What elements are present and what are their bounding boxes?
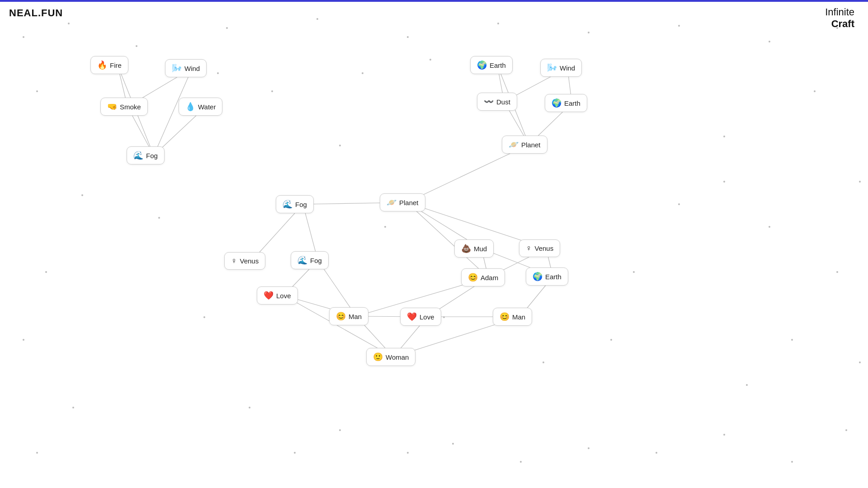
- node-smoke[interactable]: 🤜Smoke: [100, 98, 148, 116]
- node-label-man2: Man: [512, 313, 525, 321]
- background-dot: [678, 25, 680, 27]
- background-dot: [429, 59, 431, 61]
- background-dot: [158, 217, 160, 219]
- node-man2[interactable]: 😊Man: [493, 308, 532, 326]
- background-dot: [23, 339, 24, 341]
- background-dot: [23, 36, 24, 38]
- node-emoji-love1: ❤️: [264, 291, 274, 300]
- node-fog2[interactable]: 🌊Fog: [276, 195, 314, 213]
- node-emoji-earth3: 🌍: [533, 272, 542, 282]
- node-emoji-man2: 😊: [500, 312, 509, 322]
- background-dot: [859, 361, 861, 363]
- background-dot: [136, 45, 137, 47]
- node-emoji-fog2: 🌊: [283, 199, 292, 209]
- top-accent-bar: [0, 0, 868, 2]
- background-dot: [746, 384, 748, 386]
- background-dot: [859, 181, 861, 183]
- background-dot: [339, 145, 341, 146]
- node-emoji-fog1: 🌊: [133, 150, 143, 160]
- background-dot: [452, 443, 454, 445]
- node-fog3[interactable]: 🌊Fog: [291, 251, 329, 269]
- background-dot: [520, 461, 522, 463]
- node-water[interactable]: 💧Water: [179, 98, 222, 116]
- node-emoji-mud: 💩: [461, 244, 471, 253]
- node-wind1[interactable]: 🌬️Wind: [165, 59, 207, 77]
- background-dot: [723, 434, 725, 436]
- node-label-earth1: Earth: [490, 61, 506, 69]
- node-adam[interactable]: 😊Adam: [461, 268, 505, 286]
- background-dot: [81, 194, 83, 196]
- background-dot: [339, 429, 341, 431]
- node-emoji-smoke: 🤜: [107, 102, 117, 112]
- background-dot: [588, 32, 590, 33]
- node-emoji-earth2: 🌍: [552, 98, 561, 108]
- node-dust[interactable]: 〰️Dust: [477, 93, 517, 111]
- node-earth3[interactable]: 🌍Earth: [526, 267, 568, 286]
- app-title: Infinite Craft: [825, 6, 854, 30]
- node-label-wind2: Wind: [560, 64, 575, 72]
- background-dot: [791, 461, 793, 463]
- node-label-fire: Fire: [110, 61, 122, 69]
- node-label-fog1: Fog: [146, 152, 158, 160]
- background-dot: [36, 452, 38, 454]
- background-dot: [68, 23, 70, 24]
- node-emoji-woman: 🙂: [373, 352, 383, 362]
- background-dot: [769, 226, 770, 228]
- node-emoji-venus1: ♀: [231, 256, 237, 266]
- background-dot: [723, 136, 725, 137]
- node-label-love2: Love: [420, 313, 434, 321]
- node-label-love1: Love: [276, 292, 291, 300]
- node-label-venus2: Venus: [535, 244, 554, 252]
- node-emoji-adam: 😊: [468, 272, 478, 282]
- node-label-fog2: Fog: [295, 201, 307, 208]
- background-dot: [36, 90, 38, 92]
- node-fire[interactable]: 🔥Fire: [90, 56, 128, 74]
- node-label-venus1: Venus: [240, 257, 259, 265]
- node-emoji-planet1: 🪐: [509, 140, 519, 150]
- node-venus2[interactable]: ♀Venus: [519, 239, 560, 257]
- node-woman[interactable]: 🙂Woman: [366, 348, 415, 366]
- background-dot: [45, 271, 47, 273]
- node-planet2[interactable]: 🪐Planet: [380, 193, 425, 211]
- background-dot: [443, 316, 445, 318]
- node-emoji-love2: ❤️: [407, 312, 417, 322]
- node-label-planet2: Planet: [399, 199, 419, 206]
- node-emoji-fog3: 🌊: [297, 255, 307, 265]
- background-dot: [769, 41, 770, 42]
- background-dot: [542, 361, 544, 363]
- background-dot: [656, 452, 657, 454]
- node-emoji-earth1: 🌍: [477, 60, 487, 70]
- background-dot: [72, 407, 74, 408]
- node-venus1[interactable]: ♀Venus: [224, 252, 265, 270]
- background-dot: [271, 90, 273, 92]
- background-dot: [588, 447, 590, 449]
- node-mud[interactable]: 💩Mud: [454, 239, 494, 258]
- node-love2[interactable]: ❤️Love: [400, 308, 441, 326]
- node-emoji-man1: 😊: [336, 311, 346, 321]
- background-dot: [845, 429, 847, 431]
- node-label-adam: Adam: [481, 274, 498, 282]
- background-dot: [723, 181, 725, 183]
- node-label-wind1: Wind: [184, 65, 200, 72]
- background-dot: [362, 72, 363, 74]
- node-man1[interactable]: 😊Man: [329, 307, 368, 325]
- node-label-man1: Man: [349, 313, 362, 320]
- node-planet1[interactable]: 🪐Planet: [502, 136, 547, 154]
- node-earth1[interactable]: 🌍Earth: [470, 56, 513, 74]
- background-dot: [791, 339, 793, 341]
- node-fog1[interactable]: 🌊Fog: [127, 146, 165, 164]
- logo: NEAL.FUN: [9, 7, 63, 19]
- node-label-fog3: Fog: [310, 257, 322, 264]
- node-love1[interactable]: ❤️Love: [257, 286, 298, 305]
- node-earth2[interactable]: 🌍Earth: [545, 94, 587, 112]
- node-wind2[interactable]: 🌬️Wind: [540, 59, 582, 77]
- background-dot: [407, 36, 409, 38]
- node-emoji-water: 💧: [185, 102, 195, 112]
- node-emoji-wind2: 🌬️: [547, 63, 557, 73]
- background-dot: [203, 316, 205, 318]
- title-line1: Infinite: [825, 6, 854, 18]
- background-dot: [217, 72, 219, 74]
- node-label-planet1: Planet: [521, 141, 541, 149]
- background-dot: [814, 90, 816, 92]
- connections-layer: [0, 0, 868, 488]
